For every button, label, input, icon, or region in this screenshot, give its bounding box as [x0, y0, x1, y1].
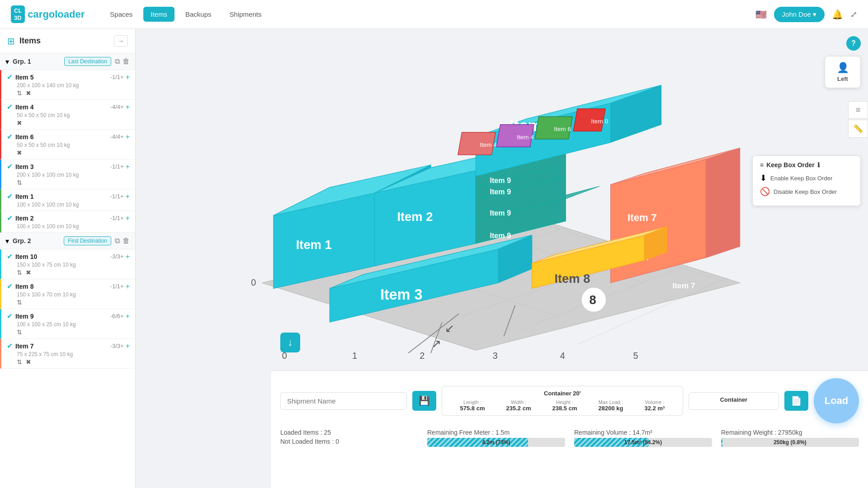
svg-text:Item 0: Item 0 [591, 118, 608, 125]
nav-backups[interactable]: Backups [178, 7, 219, 22]
nav-shipments[interactable]: Shipments [222, 7, 269, 22]
item-2-add[interactable]: + [126, 214, 130, 222]
item-3-add[interactable]: + [126, 163, 130, 171]
item-10-delete-icon[interactable]: ✖ [26, 269, 31, 276]
fullscreen-icon[interactable]: ⤢ [850, 9, 857, 19]
item-6-dims: 50 x 50 x 50 cm 10 kg [17, 142, 130, 148]
item-4-name: Item 4 [15, 103, 33, 111]
free-meter-box: Remaining Free Meter : 1.5m 4.2m (73%) [427, 429, 565, 447]
free-meter-bar: 4.2m (73%) [427, 438, 565, 447]
kbo-enable-option[interactable]: ⬇ Enable Keep Box Order [760, 173, 853, 183]
item-1-add[interactable]: + [126, 192, 130, 201]
weight-fill [721, 438, 722, 447]
item-7-add[interactable]: + [126, 342, 130, 350]
stat-volume: Volume : 32.2 m³ [645, 399, 665, 412]
kbo-info-icon: ℹ [817, 161, 820, 169]
item-6-count: -4/4+ [110, 133, 124, 140]
item-7-delete-icon[interactable]: ✖ [26, 358, 31, 366]
group-2-chevron: ▾ [5, 237, 9, 245]
svg-text:Item 9: Item 9 [490, 231, 511, 239]
shipment-name-input[interactable] [280, 392, 407, 410]
scene-svg: 0 1 2 3 4 5 0 Item 1 Item 2 [163, 47, 778, 361]
svg-text:↗: ↗ [432, 338, 441, 350]
user-button[interactable]: John Doe ▾ [774, 7, 825, 22]
item-row-7: ✔ Item 7 -3/3+ + 75 x 225 x 75 cm 10 kg … [0, 339, 135, 369]
svg-text:Item 7: Item 7 [672, 281, 695, 290]
canvas-area: ? 👤 Left [136, 29, 868, 488]
svg-text:↙: ↙ [445, 322, 454, 334]
free-meter-text: 4.2m (73%) [482, 439, 510, 446]
save-button[interactable]: 💾 [412, 391, 436, 411]
item-10-sort-icon[interactable]: ⇅ [17, 269, 22, 276]
logo: CL 3D cargoloader [11, 5, 85, 23]
group-2-copy-icon[interactable]: ⧉ [115, 237, 120, 245]
item-5-count: -1/1+ [110, 74, 124, 80]
loaded-items-label: Loaded Items : 25 [280, 429, 418, 436]
svg-text:Item 4: Item 4 [480, 141, 497, 148]
logo-box: CL 3D [11, 5, 25, 23]
scene-item1-label: Item 1 [296, 238, 332, 252]
stat-maxload: Max Load : 28200 kg [599, 399, 623, 412]
bottom-panel: 💾 Container 20' Length : 575.8 cm Width … [271, 371, 868, 488]
svg-text:Item 9: Item 9 [490, 209, 511, 217]
group-2-delete-icon[interactable]: 🗑 [123, 237, 130, 245]
item-9-dims: 100 x 100 x 25 cm 10 kg [17, 321, 130, 328]
group-1-delete-icon[interactable]: 🗑 [123, 57, 130, 66]
item-9-sort-icon[interactable]: ⇅ [17, 328, 22, 336]
view-label: Left [837, 75, 848, 82]
item-row-10: ✔ Item 10 -3/3+ + 150 x 100 x 75 cm 10 k… [0, 249, 135, 279]
rt-measure-icon[interactable]: 📏 [848, 120, 868, 138]
not-loaded-label: Not Loaded Items : 0 [280, 438, 418, 445]
sidebar-collapse-button[interactable]: → [114, 35, 128, 47]
group-1-header[interactable]: ▾ Grp. 1 Last Destination ⧉ 🗑 [0, 53, 135, 70]
sidebar-header: ⊞ Items → [0, 29, 135, 53]
item-3-sort-icon[interactable]: ⇅ [17, 179, 22, 186]
svg-text:0: 0 [251, 277, 256, 287]
sidebar: ⊞ Items → ▾ Grp. 1 Last Destination ⧉ 🗑 … [0, 29, 136, 488]
bottom-row-1: 💾 Container 20' Length : 575.8 cm Width … [280, 378, 859, 423]
item-7-dims: 75 x 225 x 75 cm 10 kg [17, 351, 130, 357]
main-layout: ⊞ Items → ▾ Grp. 1 Last Destination ⧉ 🗑 … [0, 29, 868, 488]
item-7-sort-icon[interactable]: ⇅ [17, 358, 22, 366]
svg-text:4: 4 [560, 351, 565, 361]
group-1-copy-icon[interactable]: ⧉ [115, 57, 120, 66]
item-8-sort-icon[interactable]: ⇅ [17, 299, 22, 306]
container-stats: Length : 575.8 cm Width : 235.2 cm Heigh… [449, 399, 675, 412]
flag-icon[interactable]: 🇺🇸 [755, 9, 767, 20]
item-5-add[interactable]: + [126, 73, 130, 81]
weight-label: Remaining Weight : 27950kg [721, 429, 859, 436]
nav-spaces[interactable]: Spaces [103, 7, 140, 22]
help-button[interactable]: ? [846, 36, 861, 51]
view-panel: 👤 Left [825, 56, 861, 88]
volume-text: 17.5m³ (54.2%) [624, 439, 662, 446]
item-9-add[interactable]: + [126, 312, 130, 320]
rt-list-icon[interactable]: ≡ [848, 101, 868, 119]
item-2-dims: 100 x 100 x 100 cm 10 kg [17, 223, 130, 230]
group-2-destination: First Destination [64, 236, 111, 245]
bell-icon[interactable]: 🔔 [832, 9, 843, 20]
svg-marker-41 [706, 148, 740, 258]
logo-line2: 3D [14, 14, 22, 22]
pdf-button[interactable]: 📄 [784, 391, 808, 411]
item-5-delete-icon[interactable]: ✖ [26, 89, 31, 97]
item-6-delete-icon[interactable]: ✖ [17, 149, 22, 156]
bottom-row-2: Loaded Items : 25 Not Loaded Items : 0 R… [280, 429, 859, 447]
kbo-disable-option[interactable]: 🚫 Disable Keep Box Order [760, 187, 853, 197]
scene-item7-label: Item 7 [627, 212, 657, 223]
group-2-header[interactable]: ▾ Grp. 2 First Destination ⧉ 🗑 [0, 233, 135, 249]
item-4-delete-icon[interactable]: ✖ [17, 119, 22, 127]
loaded-items-box: Loaded Items : 25 Not Loaded Items : 0 [280, 429, 418, 447]
scene-item2-label: Item 2 [397, 210, 433, 224]
scroll-down-button[interactable]: ↓ [280, 333, 300, 352]
item-3-name: Item 3 [15, 163, 33, 170]
item-5-sort-icon[interactable]: ⇅ [17, 89, 22, 97]
load-button[interactable]: Load [814, 378, 859, 423]
item-8-add[interactable]: + [126, 282, 130, 291]
item-10-add[interactable]: + [126, 253, 130, 261]
item-2-name: Item 2 [15, 215, 33, 222]
item-5-name: Item 5 [15, 74, 33, 81]
item-6-add[interactable]: + [126, 133, 130, 141]
item-10-count: -3/3+ [110, 253, 124, 260]
nav-items[interactable]: Items [143, 7, 175, 22]
item-4-add[interactable]: + [126, 103, 130, 111]
